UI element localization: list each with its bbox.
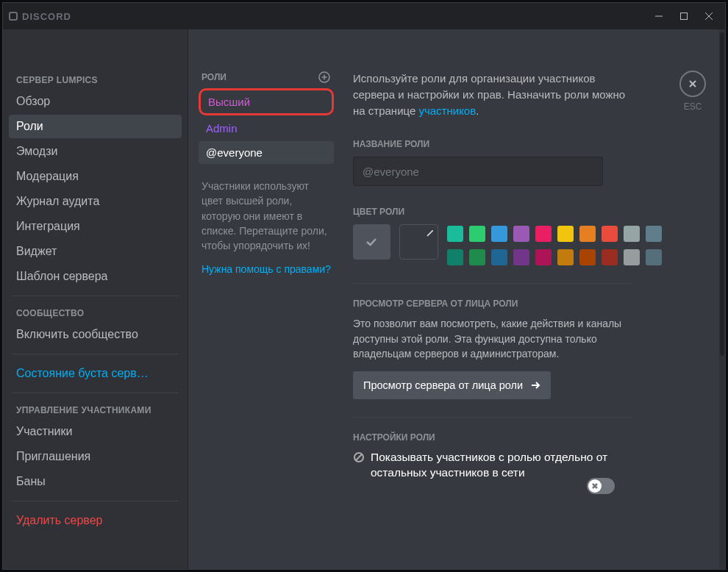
custom-color-swatch[interactable] — [399, 224, 438, 260]
color-swatch[interactable] — [557, 249, 574, 265]
roles-list-title: РОЛИ — [201, 72, 226, 82]
divider — [12, 296, 179, 296]
role-color-picker — [353, 224, 662, 265]
color-swatch[interactable] — [557, 226, 574, 242]
divider — [12, 501, 179, 501]
content-scrollbar[interactable] — [719, 29, 725, 569]
close-window-button[interactable] — [697, 6, 721, 26]
color-swatch[interactable] — [579, 249, 596, 265]
sidebar-item-overview[interactable]: Обзор — [9, 90, 182, 113]
default-color-swatch[interactable] — [353, 224, 390, 260]
window-frame: DISCORD СЕРВЕР LUMPICS Обзор Роли Эмодзи… — [2, 2, 726, 570]
settings-sidebar: СЕРВЕР LUMPICS Обзор Роли Эмодзи Модерац… — [3, 29, 188, 569]
roles-help-link[interactable]: Нужна помощь с правами? — [199, 253, 334, 275]
svg-line-9 — [356, 454, 362, 460]
discord-logo-icon — [9, 12, 18, 21]
role-color-label: ЦВЕТ РОЛИ — [353, 207, 662, 217]
role-item-admin[interactable]: Admin — [199, 117, 334, 140]
section-divider — [353, 417, 632, 418]
sidebar-header-server: СЕРВЕР LUMPICS — [9, 71, 182, 90]
sidebar-item-members[interactable]: Участники — [9, 420, 182, 443]
add-role-button[interactable] — [318, 71, 331, 84]
sidebar-item-moderation[interactable]: Модерация — [9, 165, 182, 188]
close-settings: ESC — [679, 71, 706, 112]
sidebar-item-enable-community[interactable]: Включить сообщество — [9, 323, 182, 346]
minimize-button[interactable] — [647, 6, 671, 26]
app-name: DISCORD — [22, 11, 71, 22]
color-swatch[interactable] — [646, 249, 662, 265]
prohibited-icon — [353, 450, 365, 468]
color-swatch[interactable] — [624, 226, 640, 242]
app-brand: DISCORD — [9, 11, 71, 22]
role-settings-content: Используйте роли для организации участни… — [343, 29, 725, 569]
view-as-role-button-label: Просмотр сервера от лица роли — [363, 379, 523, 391]
intro-part1: Используйте роли для организации участни… — [353, 72, 625, 117]
roles-list-header: РОЛИ — [199, 71, 334, 88]
role-settings-label: НАСТРОЙКИ РОЛИ — [353, 432, 662, 443]
titlebar: DISCORD — [3, 3, 725, 29]
divider — [12, 393, 179, 393]
roles-reorder-hint: Участники используют цвет высшей роли, к… — [199, 165, 334, 253]
roles-list-column: РОЛИ Высший Admin @everyone Участники ис… — [188, 29, 343, 569]
view-as-role-label: ПРОСМОТР СЕРВЕРА ОТ ЛИЦА РОЛИ — [353, 298, 662, 309]
role-item-highest[interactable]: Высший — [199, 88, 334, 115]
close-settings-label: ESC — [679, 101, 706, 112]
color-swatch[interactable] — [646, 226, 662, 242]
roles-intro-text: Используйте роли для организации участни… — [353, 71, 632, 118]
sidebar-header-members: УПРАВЛЕНИЕ УЧАСТНИКАМИ — [9, 401, 182, 420]
color-swatch[interactable] — [447, 226, 463, 242]
color-swatch[interactable] — [447, 249, 463, 265]
display-separately-label: Показывать участников с ролью отдельно о… — [371, 450, 632, 481]
role-name-input[interactable] — [353, 157, 603, 186]
toggle-knob — [588, 479, 602, 493]
sidebar-item-delete-server[interactable]: Удалить сервер — [9, 509, 182, 532]
sidebar-item-integrations[interactable]: Интеграция — [9, 215, 182, 238]
sidebar-item-emoji[interactable]: Эмодзи — [9, 140, 182, 163]
color-swatch[interactable] — [579, 226, 596, 242]
section-divider — [353, 283, 632, 284]
color-palette — [447, 224, 662, 265]
app-body: СЕРВЕР LUMPICS Обзор Роли Эмодзи Модерац… — [3, 29, 725, 569]
scrollbar-thumb[interactable] — [720, 32, 724, 356]
sidebar-item-invites[interactable]: Приглашения — [9, 445, 182, 468]
svg-rect-1 — [681, 13, 688, 20]
color-swatch[interactable] — [513, 226, 529, 242]
color-swatch[interactable] — [469, 249, 485, 265]
display-separately-setting: Показывать участников с ролью отдельно о… — [353, 450, 632, 481]
sidebar-item-bans[interactable]: Баны — [9, 470, 182, 493]
sidebar-item-audit-log[interactable]: Журнал аудита — [9, 190, 182, 213]
divider — [12, 354, 179, 354]
color-swatch[interactable] — [602, 226, 618, 242]
sidebar-header-community: СООБЩЕСТВО — [9, 304, 182, 323]
maximize-button[interactable] — [672, 6, 696, 26]
role-item-everyone[interactable]: @everyone — [199, 141, 334, 164]
display-separately-toggle[interactable] — [587, 478, 615, 494]
color-swatch[interactable] — [513, 249, 529, 265]
color-swatch[interactable] — [535, 226, 552, 242]
sidebar-item-widget[interactable]: Виджет — [9, 240, 182, 263]
close-settings-button[interactable] — [679, 71, 706, 97]
members-page-link[interactable]: участников — [418, 104, 476, 117]
window-controls — [647, 6, 721, 26]
color-swatch[interactable] — [535, 249, 552, 265]
role-name-label: НАЗВАНИЕ РОЛИ — [353, 139, 662, 149]
color-swatch[interactable] — [602, 249, 618, 265]
view-as-role-description: Это позволит вам посмотреть, какие дейст… — [353, 316, 625, 361]
color-swatch[interactable] — [624, 249, 640, 265]
sidebar-item-roles[interactable]: Роли — [9, 115, 182, 138]
color-swatch[interactable] — [469, 226, 485, 242]
view-as-role-button[interactable]: Просмотр сервера от лица роли — [353, 371, 551, 399]
color-swatch[interactable] — [491, 249, 507, 265]
sidebar-item-boost-status[interactable]: Состояние буста серв… — [9, 362, 182, 385]
sidebar-item-template[interactable]: Шаблон сервера — [9, 265, 182, 288]
color-swatch[interactable] — [491, 226, 507, 242]
